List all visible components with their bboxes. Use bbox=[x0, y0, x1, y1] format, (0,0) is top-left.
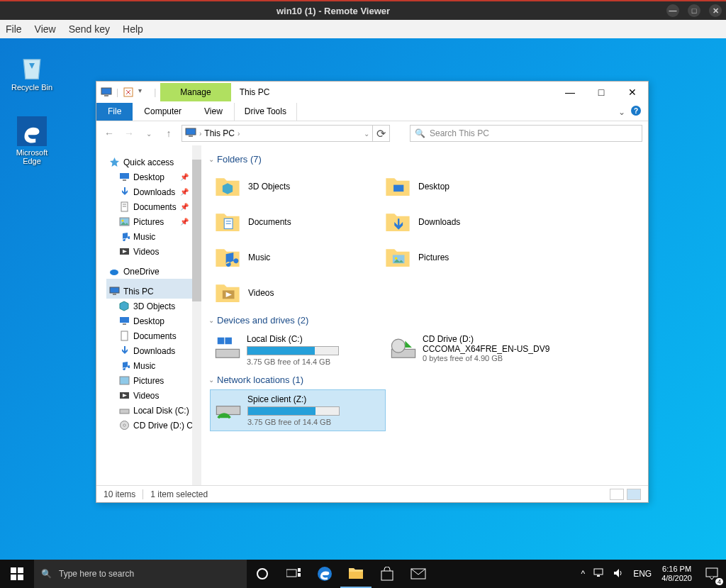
cube-icon bbox=[119, 301, 130, 311]
section-header-drives[interactable]: ⌄Devices and drives (2) bbox=[203, 311, 641, 330]
nav-music[interactable]: Music bbox=[106, 229, 201, 244]
svg-rect-51 bbox=[286, 570, 296, 577]
taskbar-store[interactable] bbox=[372, 560, 403, 588]
tray-language[interactable]: ENG bbox=[629, 569, 656, 579]
task-view-button[interactable] bbox=[278, 560, 309, 588]
address-bar[interactable]: › This PC › ⌄ bbox=[182, 125, 373, 142]
rv-maximize-button[interactable]: □ bbox=[688, 4, 700, 17]
desktop-icon-edge[interactable]: Microsoft Edge bbox=[7, 116, 57, 165]
ribbon-tab-view[interactable]: View bbox=[193, 103, 234, 121]
svg-rect-53 bbox=[298, 573, 301, 577]
nav-up-button[interactable]: ↑ bbox=[162, 126, 176, 140]
rv-minimize-button[interactable]: — bbox=[666, 4, 679, 17]
desktop-icon-label: Microsoft Edge bbox=[7, 148, 57, 165]
rv-menu-file[interactable]: File bbox=[6, 23, 22, 35]
view-details-button[interactable] bbox=[610, 489, 624, 500]
section-header-network[interactable]: ⌄Network locations (1) bbox=[203, 370, 641, 389]
nav-pictures-pc[interactable]: Pictures bbox=[106, 373, 201, 388]
address-history-dropdown[interactable]: ⌄ bbox=[364, 130, 369, 138]
search-icon: 🔍 bbox=[41, 569, 52, 579]
nav-pictures[interactable]: Pictures📌 bbox=[106, 214, 201, 229]
rv-close-button[interactable]: ✕ bbox=[709, 4, 722, 17]
nav-quick-access[interactable]: Quick access bbox=[106, 150, 201, 170]
taskbar-file-explorer[interactable] bbox=[340, 560, 372, 588]
nav-downloads-pc[interactable]: Downloads bbox=[106, 343, 201, 358]
rv-menu-view[interactable]: View bbox=[35, 23, 56, 35]
tray-network-icon[interactable] bbox=[589, 568, 609, 580]
folder-music[interactable]: Music bbox=[210, 240, 380, 275]
desktop-icon-recycle-bin[interactable]: Recycle Bin bbox=[7, 51, 57, 91]
drive-local-c[interactable]: Local Disk (C:) 3.75 GB free of 14.4 GB bbox=[210, 330, 386, 370]
folder-videos[interactable]: Videos bbox=[210, 275, 380, 311]
search-box[interactable]: 🔍 Search This PC bbox=[410, 125, 642, 142]
svg-point-44 bbox=[391, 339, 405, 353]
nav-cd-drive-d[interactable]: CD Drive (D:) CC bbox=[106, 418, 201, 433]
ribbon-expand-icon[interactable]: ⌄ bbox=[618, 107, 625, 117]
rv-menu-sendkey[interactable]: Send key bbox=[69, 23, 110, 35]
explorer-close-button[interactable]: ✕ bbox=[617, 82, 648, 102]
windows-desktop[interactable]: Recycle Bin Microsoft Edge | ▾ | Manage … bbox=[0, 38, 726, 560]
ribbon-tab-computer[interactable]: Computer bbox=[133, 103, 193, 121]
tray-overflow-button[interactable]: ^ bbox=[577, 569, 590, 579]
nav-desktop[interactable]: Desktop📌 bbox=[106, 170, 201, 184]
action-center-button[interactable]: 4 bbox=[698, 560, 726, 588]
network-drive-z[interactable]: Spice client (Z:) 3.75 GB free of 14.4 G… bbox=[210, 389, 386, 431]
drive-name: Local Disk (C:) bbox=[247, 334, 381, 344]
nav-local-disk-c[interactable]: Local Disk (C:) bbox=[106, 403, 201, 418]
ribbon-tab-file[interactable]: File bbox=[96, 103, 133, 121]
desktop-icon bbox=[119, 172, 130, 182]
system-tray: ^ ENG 6:16 PM 4/8/2020 4 bbox=[577, 560, 726, 588]
nav-recent-dropdown[interactable]: ⌄ bbox=[142, 126, 156, 140]
explorer-minimize-button[interactable]: — bbox=[554, 82, 586, 102]
nav-music-pc[interactable]: Music bbox=[106, 358, 201, 373]
nav-downloads[interactable]: Downloads📌 bbox=[106, 184, 201, 199]
folder-pictures[interactable]: Pictures bbox=[380, 240, 550, 275]
nav-3d-objects[interactable]: 3D Objects bbox=[106, 299, 201, 314]
folder-documents[interactable]: Documents bbox=[210, 204, 380, 240]
nav-videos[interactable]: Videos bbox=[106, 244, 201, 259]
tray-volume-icon[interactable] bbox=[609, 568, 629, 580]
explorer-titlebar[interactable]: | ▾ | Manage This PC — □ ✕ bbox=[96, 82, 648, 103]
pin-icon: 📌 bbox=[180, 188, 189, 196]
help-icon[interactable]: ? bbox=[631, 106, 641, 118]
qat-dropdown-icon[interactable]: ▾ bbox=[138, 87, 150, 98]
svg-rect-10 bbox=[123, 179, 126, 181]
refresh-button[interactable]: ⟳ bbox=[373, 125, 390, 142]
folder-downloads[interactable]: Downloads bbox=[380, 204, 550, 240]
remote-viewer-titlebar: win10 (1) - Remote Viewer — □ ✕ bbox=[0, 0, 726, 20]
rv-menu-help[interactable]: Help bbox=[123, 23, 143, 35]
nav-back-button[interactable]: ← bbox=[102, 126, 116, 140]
taskbar-mail[interactable] bbox=[403, 560, 434, 588]
svg-text:?: ? bbox=[634, 107, 638, 115]
chevron-down-icon: ⌄ bbox=[208, 316, 214, 324]
nav-this-pc[interactable]: This PC bbox=[106, 279, 201, 299]
folder-desktop[interactable]: Desktop bbox=[380, 169, 550, 204]
chevron-down-icon: ⌄ bbox=[208, 376, 214, 384]
drive-cd-d[interactable]: CD Drive (D:) CCCOMA_X64FRE_EN-US_DV9 0 … bbox=[386, 330, 562, 370]
nav-videos-pc[interactable]: Videos bbox=[106, 388, 201, 403]
navpane-scrollbar[interactable] bbox=[192, 145, 201, 485]
start-button[interactable] bbox=[0, 560, 34, 588]
cortana-button[interactable] bbox=[247, 560, 278, 588]
taskbar-edge[interactable] bbox=[309, 560, 340, 588]
properties-icon[interactable] bbox=[123, 87, 134, 98]
pin-icon: 📌 bbox=[180, 173, 189, 181]
section-header-folders[interactable]: ⌄Folders (7) bbox=[203, 150, 641, 169]
nav-desktop-pc[interactable]: Desktop bbox=[106, 314, 201, 328]
nav-onedrive[interactable]: OneDrive bbox=[106, 259, 201, 279]
nav-documents-pc[interactable]: Documents bbox=[106, 328, 201, 343]
nav-documents[interactable]: Documents📌 bbox=[106, 199, 201, 214]
view-large-icons-button[interactable] bbox=[627, 489, 641, 500]
svg-rect-20 bbox=[113, 294, 116, 295]
ribbon-tab-drive-tools[interactable]: Drive Tools bbox=[234, 103, 297, 121]
contextual-tab-manage[interactable]: Manage bbox=[160, 83, 230, 101]
explorer-maximize-button[interactable]: □ bbox=[586, 82, 617, 102]
clock-time: 6:16 PM bbox=[661, 565, 692, 574]
address-segment[interactable]: This PC bbox=[204, 128, 235, 138]
taskbar-search[interactable]: 🔍 Type here to search bbox=[34, 560, 247, 588]
svg-marker-8 bbox=[110, 157, 119, 167]
nav-forward-button[interactable]: → bbox=[122, 126, 136, 140]
tray-clock[interactable]: 6:16 PM 4/8/2020 bbox=[656, 565, 698, 583]
desktop-icon bbox=[119, 316, 130, 326]
folder-3d-objects[interactable]: 3D Objects bbox=[210, 169, 380, 204]
